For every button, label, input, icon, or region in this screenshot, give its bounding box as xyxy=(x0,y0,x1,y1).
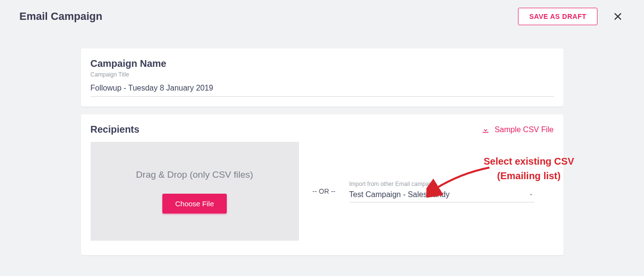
recipients-heading: Recipients xyxy=(91,124,481,135)
csv-dropzone[interactable]: Drag & Drop (only CSV files) Choose File xyxy=(91,142,299,241)
or-separator: -- OR -- xyxy=(310,187,339,195)
campaign-title-input[interactable] xyxy=(91,81,554,97)
choose-file-button[interactable]: Choose File xyxy=(162,194,226,214)
recipients-card: Recipients Sample CSV File Drag & Drop (… xyxy=(81,114,564,255)
close-button[interactable] xyxy=(611,10,625,23)
sample-csv-label: Sample CSV File xyxy=(495,125,554,134)
import-campaign-value: Test Campaign - SalesHandy xyxy=(349,190,528,199)
chevron-down-icon xyxy=(528,191,534,198)
import-from-label: Import from other Email campaign xyxy=(349,181,534,187)
close-icon xyxy=(613,12,623,21)
campaign-title-label: Campaign Title xyxy=(91,71,554,78)
page-title: Email Campaign xyxy=(19,10,518,23)
download-icon xyxy=(481,125,490,134)
import-campaign-select[interactable]: Test Campaign - SalesHandy xyxy=(349,188,534,202)
sample-csv-link[interactable]: Sample CSV File xyxy=(481,125,554,134)
dropzone-text: Drag & Drop (only CSV files) xyxy=(136,169,253,180)
save-as-draft-button[interactable]: SAVE AS DRAFT xyxy=(518,8,597,25)
campaign-name-card: Campaign Name Campaign Title xyxy=(81,48,564,107)
campaign-name-heading: Campaign Name xyxy=(91,58,554,69)
